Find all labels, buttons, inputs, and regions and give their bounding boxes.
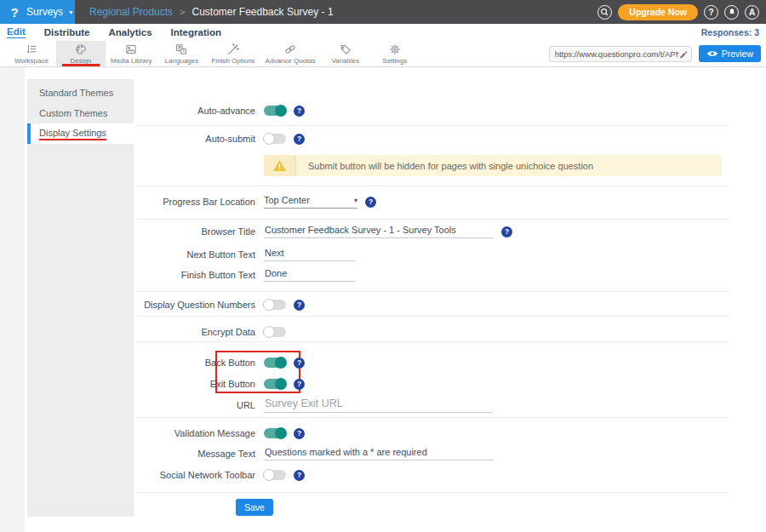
- divider: [136, 186, 729, 186]
- browser-title-help-icon[interactable]: ?: [501, 226, 512, 237]
- variables-tag-icon: [339, 43, 352, 56]
- exit-button-label: Exit Button: [136, 379, 255, 389]
- social-network-toolbar-help-icon[interactable]: ?: [294, 470, 305, 481]
- topbar-actions: Upgrade Now ? A: [597, 4, 766, 20]
- auto-advance-help-icon[interactable]: ?: [294, 106, 305, 117]
- menu-edit[interactable]: Edit: [7, 26, 26, 38]
- row-message-text: Message Text: [136, 443, 729, 464]
- languages-icon: A: [174, 43, 188, 56]
- preview-button[interactable]: Preview: [699, 45, 761, 62]
- warning-text: Submit button will be hidden for pages w…: [296, 155, 593, 176]
- display-question-numbers-help-icon[interactable]: ?: [294, 300, 305, 311]
- breadcrumb-folder[interactable]: Regional Products: [89, 6, 173, 18]
- workspace-icon: [25, 43, 38, 56]
- save-button[interactable]: Save: [236, 499, 273, 516]
- tab-finish-options[interactable]: Finish Options: [206, 41, 260, 66]
- upgrade-now-button[interactable]: Upgrade Now: [618, 4, 698, 20]
- tab-design[interactable]: Design: [56, 41, 106, 66]
- tab-variables[interactable]: Variables: [321, 41, 370, 66]
- notifications-button[interactable]: [724, 5, 739, 20]
- menu-integration[interactable]: Integration: [171, 27, 221, 38]
- survey-url-field[interactable]: https://www.questionpro.com/t/APNrFZ: [549, 46, 692, 62]
- display-question-numbers-toggle[interactable]: [264, 300, 286, 310]
- back-button-help-icon[interactable]: ?: [294, 358, 305, 369]
- progress-bar-location-select[interactable]: Top Center ▾: [264, 195, 357, 209]
- finish-options-wand-icon: [226, 43, 240, 56]
- top-bar: ? Surveys ▾ Regional Products > Customer…: [0, 0, 766, 24]
- row-back-button: Back Button ?: [136, 352, 729, 373]
- sidebar-item-label: Standard Themes: [39, 88, 113, 98]
- tab-label: Workspace: [14, 57, 49, 65]
- message-text-input[interactable]: [264, 447, 494, 460]
- design-palette-icon: [74, 43, 88, 56]
- row-exit-url: URL: [136, 395, 729, 415]
- back-button-label: Back Button: [136, 358, 255, 368]
- tab-languages[interactable]: A Languages: [157, 41, 206, 66]
- next-button-text-input[interactable]: [264, 248, 355, 261]
- next-button-text-label: Next Button Text: [136, 249, 255, 260]
- exit-button-toggle[interactable]: [264, 379, 286, 389]
- warning-banner: Submit button will be hidden for pages w…: [264, 155, 722, 176]
- tab-settings[interactable]: Settings: [370, 41, 420, 66]
- sidebar-item-label: Display Settings: [39, 128, 106, 140]
- auto-advance-label: Auto-advance: [136, 106, 255, 116]
- exit-url-label: URL: [136, 400, 255, 410]
- back-button-toggle[interactable]: [264, 358, 286, 368]
- row-validation-message: Validation Message ?: [136, 423, 729, 443]
- message-text-label: Message Text: [136, 449, 255, 459]
- divider: [136, 316, 729, 317]
- auto-submit-help-icon[interactable]: ?: [294, 134, 305, 145]
- social-network-toolbar-label: Social Network Toolbar: [136, 470, 255, 480]
- finish-button-text-label: Finish Button Text: [136, 270, 255, 280]
- sidebar-item-label: Custom Themes: [39, 108, 108, 118]
- exit-button-help-icon[interactable]: ?: [294, 379, 305, 390]
- social-network-toolbar-toggle[interactable]: [264, 470, 286, 480]
- preview-label: Preview: [722, 49, 753, 59]
- encrypt-data-label: Encrypt Data: [136, 327, 255, 337]
- tab-workspace[interactable]: Workspace: [7, 41, 56, 66]
- search-button[interactable]: [597, 5, 612, 20]
- help-button[interactable]: ?: [704, 5, 718, 20]
- toolbar-right: https://www.questionpro.com/t/APNrFZ Pre…: [549, 41, 766, 66]
- sidebar-item-custom-themes[interactable]: Custom Themes: [27, 103, 134, 123]
- progress-bar-help-icon[interactable]: ?: [365, 197, 376, 208]
- tab-label: Advance Quotas: [266, 57, 316, 65]
- warning-icon-cell: [264, 155, 296, 176]
- tab-label: Languages: [165, 57, 199, 65]
- validation-message-toggle[interactable]: [264, 428, 286, 438]
- eye-icon: [706, 49, 718, 58]
- breadcrumb-separator: >: [180, 7, 185, 17]
- row-auto-advance: Auto-advance ?: [136, 100, 729, 121]
- tab-advance-quotas[interactable]: Advance Quotas: [260, 41, 321, 66]
- settings-gear-icon: [388, 43, 402, 56]
- validation-message-label: Validation Message: [136, 428, 255, 438]
- breadcrumb-survey-title: Customer Feedback Survey - 1: [192, 6, 334, 18]
- finish-button-text-input[interactable]: [264, 268, 355, 282]
- breadcrumb: Regional Products > Customer Feedback Su…: [89, 6, 334, 18]
- row-finish-button-text: Finish Button Text: [136, 265, 729, 285]
- tab-media-library[interactable]: Media Library: [106, 41, 157, 66]
- exit-url-input[interactable]: [264, 398, 492, 413]
- edit-pencil-icon[interactable]: [678, 49, 688, 59]
- product-name: Surveys: [26, 6, 63, 18]
- browser-title-input[interactable]: [264, 225, 494, 238]
- menu-distribute[interactable]: Distribute: [44, 27, 90, 38]
- divider: [136, 125, 729, 126]
- row-browser-title: Browser Title ?: [136, 221, 729, 242]
- auto-submit-toggle[interactable]: [264, 134, 286, 144]
- product-switcher[interactable]: ? Surveys ▾: [0, 0, 75, 24]
- validation-message-help-icon[interactable]: ?: [294, 428, 305, 439]
- sidebar-item-standard-themes[interactable]: Standard Themes: [27, 83, 134, 103]
- account-avatar[interactable]: A: [745, 5, 759, 20]
- sidebar-item-display-settings[interactable]: Display Settings: [27, 123, 134, 144]
- divider: [136, 341, 729, 342]
- menu-analytics[interactable]: Analytics: [108, 27, 151, 38]
- survey-url-text: https://www.questionpro.com/t/APNrFZ: [555, 49, 678, 59]
- app-window: ? Surveys ▾ Regional Products > Customer…: [0, 0, 766, 532]
- left-gutter: [0, 67, 25, 532]
- encrypt-data-toggle[interactable]: [264, 327, 286, 337]
- responses-count[interactable]: Responses: 3: [701, 27, 759, 37]
- design-sidebar: Standard Themes Custom Themes Display Se…: [27, 79, 134, 517]
- row-progress-bar-location: Progress Bar Location Top Center ▾ ?: [136, 192, 729, 212]
- auto-advance-toggle[interactable]: [264, 106, 286, 116]
